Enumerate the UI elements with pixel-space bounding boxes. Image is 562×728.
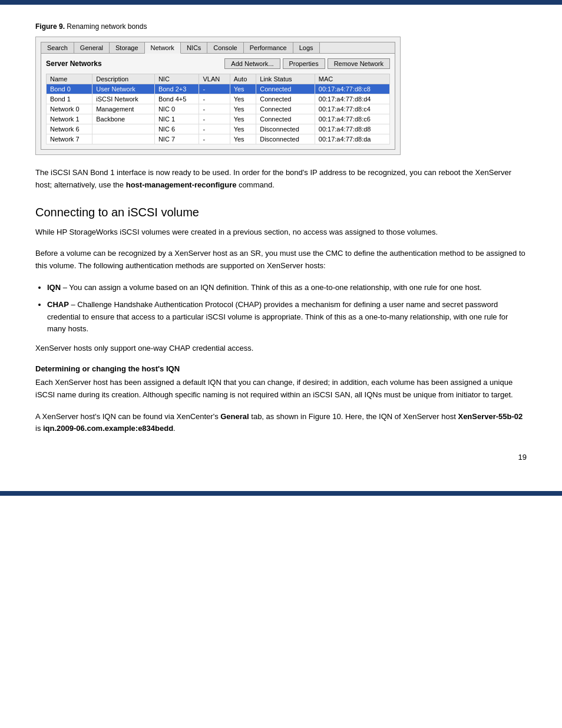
cell-description: iSCSI Network [92, 94, 155, 104]
cell-status: Connected [256, 104, 315, 114]
cell-mac: 00:17:a4:77:d8:d4 [315, 94, 389, 104]
cell-vlan: - [199, 124, 230, 134]
cell-auto: Yes [230, 94, 256, 104]
cell-mac: 00:17:a4:77:d8:c8 [315, 84, 389, 94]
page-content: Figure 9. Renaming network bonds Search … [0, 5, 562, 491]
cell-nic: NIC 6 [154, 124, 199, 134]
cell-status: Connected [256, 94, 315, 104]
cell-auto: Yes [230, 114, 256, 124]
cell-auto: Yes [230, 134, 256, 144]
tab-general[interactable]: General [74, 42, 110, 53]
cell-name: Network 7 [47, 134, 92, 144]
cell-nic: NIC 0 [154, 104, 199, 114]
server-networks-title: Server Networks [46, 60, 222, 68]
col-name: Name [47, 74, 92, 84]
tab-bar: Search General Storage Network NICs Cons… [41, 42, 395, 53]
tab-network[interactable]: Network [145, 42, 181, 54]
tab-console[interactable]: Console [207, 42, 243, 53]
cell-mac: 00:17:a4:77:d8:d8 [315, 124, 389, 134]
cell-vlan: - [199, 94, 230, 104]
cell-description: Management [92, 104, 155, 114]
cell-auto: Yes [230, 104, 256, 114]
tab-logs[interactable]: Logs [293, 42, 320, 53]
network-table: Name Description NIC VLAN Auto Link Stat… [46, 74, 390, 144]
figure-label: Figure 9. [35, 22, 65, 31]
cell-auto: Yes [230, 84, 256, 94]
body-para1: The iSCSI SAN Bond 1 interface is now re… [35, 167, 527, 192]
col-vlan: VLAN [199, 74, 230, 84]
body-para6: A XenServer host's IQN can be found via … [35, 411, 527, 436]
tab-performance[interactable]: Performance [244, 42, 293, 53]
figure-caption: Figure 9. Renaming network bonds [35, 22, 527, 31]
sub-heading-iqn: Determining or changing the host's IQN [35, 364, 527, 373]
cell-description [92, 134, 155, 144]
figure-text: Renaming network bonds [67, 22, 147, 31]
col-link-status: Link Status [256, 74, 315, 84]
tab-content-network: Server Networks Add Network... Propertie… [41, 53, 395, 150]
table-row[interactable]: Network 1BackboneNIC 1-YesConnected00:17… [47, 114, 390, 124]
table-row[interactable]: Network 0ManagementNIC 0-YesConnected00:… [47, 104, 390, 114]
body-para3: Before a volume can be recognized by a X… [35, 248, 527, 272]
cell-auto: Yes [230, 124, 256, 134]
tab-search[interactable]: Search [41, 42, 74, 53]
cell-vlan: - [199, 134, 230, 144]
cell-name: Bond 0 [47, 84, 92, 94]
table-row[interactable]: Network 7NIC 7-YesDisconnected00:17:a4:7… [47, 134, 390, 144]
bullet-iqn: IQN – You can assign a volume based on a… [47, 282, 527, 294]
add-network-button[interactable]: Add Network... [224, 58, 280, 69]
table-row[interactable]: Network 6NIC 6-YesDisconnected00:17:a4:7… [47, 124, 390, 134]
section-heading: Connecting to an iSCSI volume [35, 206, 527, 219]
table-header-row: Name Description NIC VLAN Auto Link Stat… [47, 74, 390, 84]
col-mac: MAC [315, 74, 389, 84]
cell-vlan: - [199, 84, 230, 94]
page-number: 19 [35, 453, 527, 467]
top-bar [0, 0, 562, 5]
cell-mac: 00:17:a4:77:d8:c6 [315, 114, 389, 124]
bottom-bar [0, 491, 562, 496]
table-row[interactable]: Bond 0User NetworkBond 2+3-YesConnected0… [47, 84, 390, 94]
cell-name: Network 0 [47, 104, 92, 114]
body-para2: While HP StorageWorks iSCSI volumes were… [35, 226, 527, 239]
ui-screenshot-box: Search General Storage Network NICs Cons… [35, 37, 401, 155]
cell-status: Disconnected [256, 124, 315, 134]
body-para4: XenServer hosts only support one-way CHA… [35, 342, 527, 355]
cell-mac: 00:17:a4:77:d8:c4 [315, 104, 389, 114]
cell-vlan: - [199, 114, 230, 124]
table-row[interactable]: Bond 1iSCSI NetworkBond 4+5-YesConnected… [47, 94, 390, 104]
col-auto: Auto [230, 74, 256, 84]
bullet-chap: CHAP – Challenge Handshake Authenticatio… [47, 299, 527, 335]
body-para5: Each XenServer host has been assigned a … [35, 377, 527, 401]
cell-vlan: - [199, 104, 230, 114]
cell-description [92, 124, 155, 134]
cell-description: Backbone [92, 114, 155, 124]
toolbar: Server Networks Add Network... Propertie… [46, 58, 390, 69]
tab-storage[interactable]: Storage [110, 42, 145, 53]
cell-status: Disconnected [256, 134, 315, 144]
cell-mac: 00:17:a4:77:d8:da [315, 134, 389, 144]
cell-status: Connected [256, 114, 315, 124]
tab-nics[interactable]: NICs [181, 42, 207, 53]
remove-network-button[interactable]: Remove Network [328, 58, 390, 69]
cell-status: Connected [256, 84, 315, 94]
cell-nic: NIC 1 [154, 114, 199, 124]
cell-description: User Network [92, 84, 155, 94]
cell-nic: NIC 7 [154, 134, 199, 144]
properties-button[interactable]: Properties [283, 58, 325, 69]
cell-nic: Bond 2+3 [154, 84, 199, 94]
col-description: Description [92, 74, 155, 84]
cell-nic: Bond 4+5 [154, 94, 199, 104]
bullet-list: IQN – You can assign a volume based on a… [47, 282, 527, 335]
col-nic: NIC [154, 74, 199, 84]
cell-name: Network 6 [47, 124, 92, 134]
cell-name: Bond 1 [47, 94, 92, 104]
cell-name: Network 1 [47, 114, 92, 124]
